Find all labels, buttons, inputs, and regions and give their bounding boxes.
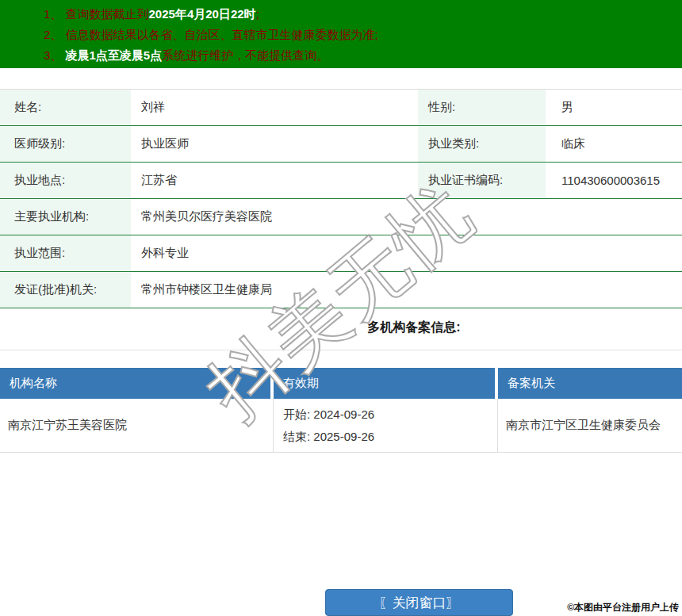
notice-text: 3、 [44, 48, 66, 62]
notice-line-3: 3、 凌晨1点至凌晨5点系统进行维护，不能提供查询。 [44, 45, 674, 66]
column-header-org-name: 机构名称 [0, 368, 270, 399]
multi-org-section-title: 多机构备案信息: [0, 319, 682, 336]
field-value-gender: 男 [546, 90, 682, 125]
notice-highlight: 2025年4月20日22时 [149, 7, 256, 21]
notice-text: 系统进行维护，不能提供查询。 [162, 48, 328, 62]
field-value-practice-scope: 外科专业 [131, 235, 682, 271]
field-label-practice-category: 执业类别: [418, 126, 546, 162]
notice-line-2: 2、 信息数据结果以各省、自治区、直辖市卫生健康委数据为准; [44, 25, 674, 45]
info-row-location-license: 执业地点: 江苏省 执业证书编码: 110430600003615 [0, 163, 682, 199]
field-value-practice-location: 江苏省 [131, 163, 418, 198]
valid-period-end: 结束: 2025-09-26 [283, 426, 497, 448]
notice-highlight: 凌晨1点至凌晨5点 [66, 48, 163, 62]
field-value-issuing-authority: 常州市钟楼区卫生健康局 [131, 272, 682, 308]
field-label-main-institution: 主要执业机构: [0, 199, 131, 235]
multi-org-table: 机构名称 有效期 备案机关 南京江宁苏王美容医院 开始: 2024-09-26 … [0, 368, 682, 453]
field-label-gender: 性别: [418, 90, 546, 125]
column-header-filing-authority: 备案机关 [498, 368, 682, 399]
info-row-main-institution: 主要执业机构: 常州美贝尔医疗美容医院 [0, 199, 682, 235]
valid-period-start: 开始: 2024-09-26 [283, 404, 497, 426]
field-label-name: 姓名: [0, 90, 131, 125]
info-row-level-category: 医师级别: 执业医师 执业类别: 临床 [0, 126, 682, 163]
upload-credit: ©本图由平台注册用户上传 [567, 601, 679, 614]
field-label-license-number: 执业证书编码: [418, 163, 546, 198]
cell-filing-authority: 南京市江宁区卫生健康委员会 [498, 399, 682, 452]
info-row-name-gender: 姓名: 刘祥 性别: 男 [0, 90, 682, 126]
info-row-practice-scope: 执业范围: 外科专业 [0, 235, 682, 272]
field-value-practice-category: 临床 [546, 126, 682, 162]
close-window-button[interactable]: 〖关闭窗口〗 [325, 589, 513, 616]
cell-valid-period: 开始: 2024-09-26 结束: 2025-09-26 [274, 399, 498, 452]
field-label-practice-location: 执业地点: [0, 163, 131, 198]
notice-text: 1、 查询数据截止到 [44, 7, 149, 21]
notice-text: 2、 信息数据结果以各省、自治区、直辖市卫生健康委数据为准; [44, 28, 378, 41]
field-value-main-institution: 常州美贝尔医疗美容医院 [131, 199, 682, 235]
column-header-valid-period: 有效期 [274, 368, 495, 399]
field-value-license-number: 110430600003615 [546, 163, 682, 198]
cell-org-name: 南京江宁苏王美容医院 [0, 399, 274, 452]
field-value-doctor-level: 执业医师 [131, 126, 418, 162]
field-label-issuing-authority: 发证(批准)机关: [0, 272, 131, 308]
field-label-practice-scope: 执业范围: [0, 235, 131, 271]
multi-org-table-header: 机构名称 有效期 备案机关 [0, 368, 682, 399]
info-row-issuing-authority: 发证(批准)机关: 常州市钟楼区卫生健康局 [0, 272, 682, 308]
notice-text: ; [256, 7, 259, 21]
notice-banner: 1、 查询数据截止到2025年4月20日22时; 2、 信息数据结果以各省、自治… [0, 0, 682, 68]
doctor-info-table: 姓名: 刘祥 性别: 男 医师级别: 执业医师 执业类别: 临床 执业地点: 江… [0, 89, 682, 308]
section-divider [0, 350, 682, 350]
table-row: 南京江宁苏王美容医院 开始: 2024-09-26 结束: 2025-09-26… [0, 399, 682, 453]
field-label-doctor-level: 医师级别: [0, 126, 131, 162]
field-value-name: 刘祥 [131, 90, 418, 125]
notice-line-1: 1、 查询数据截止到2025年4月20日22时; [44, 4, 674, 25]
